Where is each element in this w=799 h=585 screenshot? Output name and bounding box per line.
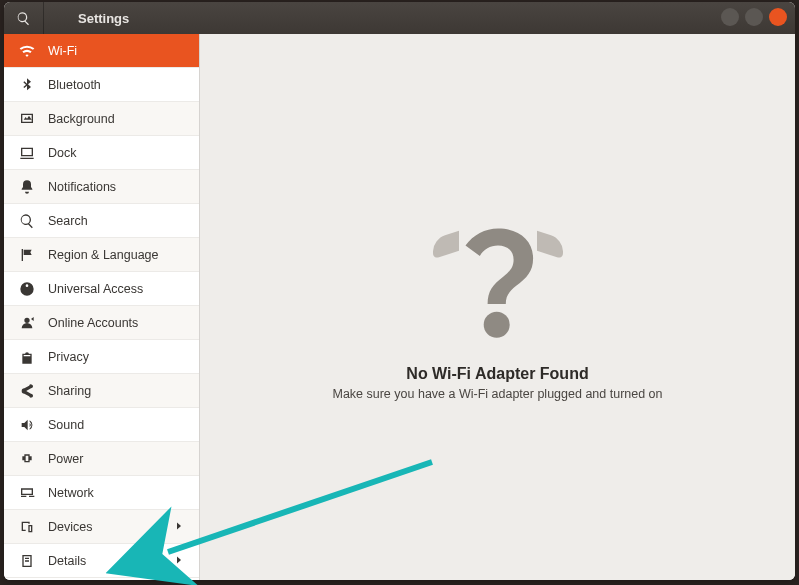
accounts-icon xyxy=(18,314,36,332)
chevron-right-icon xyxy=(173,520,185,535)
titlebar-search-button[interactable] xyxy=(4,2,44,34)
sidebar-item-label: Network xyxy=(48,486,94,500)
sidebar-item-wifi[interactable]: Wi-Fi xyxy=(4,34,199,68)
sidebar-item-notifications[interactable]: Notifications xyxy=(4,170,199,204)
sidebar: Wi-Fi Bluetooth Background Dock xyxy=(4,34,200,580)
sidebar-item-label: Privacy xyxy=(48,350,89,364)
minimize-button[interactable] xyxy=(721,8,739,26)
search-icon xyxy=(16,11,31,26)
settings-window: Settings Wi-Fi Bluetooth xyxy=(4,2,795,580)
sharing-icon xyxy=(18,382,36,400)
sidebar-item-search[interactable]: Search xyxy=(4,204,199,238)
sidebar-item-label: Background xyxy=(48,112,115,126)
flag-icon xyxy=(18,246,36,264)
window-title: Settings xyxy=(78,11,129,26)
accessibility-icon xyxy=(18,280,36,298)
devices-icon xyxy=(18,518,36,536)
window-controls xyxy=(721,8,787,26)
sidebar-item-label: Dock xyxy=(48,146,76,160)
network-icon xyxy=(18,484,36,502)
sidebar-item-label: Notifications xyxy=(48,180,116,194)
sidebar-item-label: Search xyxy=(48,214,88,228)
close-button[interactable] xyxy=(769,8,787,26)
sidebar-item-label: Devices xyxy=(48,520,92,534)
sidebar-item-universal-access[interactable]: Universal Access xyxy=(4,272,199,306)
sidebar-item-online-accounts[interactable]: Online Accounts xyxy=(4,306,199,340)
sidebar-item-sharing[interactable]: Sharing xyxy=(4,374,199,408)
bell-icon xyxy=(18,178,36,196)
sidebar-item-dock[interactable]: Dock xyxy=(4,136,199,170)
sidebar-item-devices[interactable]: Devices xyxy=(4,510,199,544)
content-pane: No Wi-Fi Adapter Found Make sure you hav… xyxy=(200,34,795,580)
dock-icon xyxy=(18,144,36,162)
sidebar-item-background[interactable]: Background xyxy=(4,102,199,136)
background-icon xyxy=(18,110,36,128)
sidebar-item-label: Region & Language xyxy=(48,248,159,262)
sidebar-item-sound[interactable]: Sound xyxy=(4,408,199,442)
sidebar-item-label: Power xyxy=(48,452,83,466)
details-icon xyxy=(18,552,36,570)
search-icon xyxy=(18,212,36,230)
sidebar-item-label: Sharing xyxy=(48,384,91,398)
empty-state-subtitle: Make sure you have a Wi-Fi adapter plugg… xyxy=(332,387,662,401)
titlebar: Settings xyxy=(4,2,795,34)
sidebar-item-details[interactable]: Details xyxy=(4,544,199,578)
sidebar-item-privacy[interactable]: Privacy xyxy=(4,340,199,374)
window-body: Wi-Fi Bluetooth Background Dock xyxy=(4,34,795,580)
sidebar-item-network[interactable]: Network xyxy=(4,476,199,510)
maximize-button[interactable] xyxy=(745,8,763,26)
question-mark-illustration xyxy=(433,213,563,343)
sound-icon xyxy=(18,416,36,434)
empty-state-title: No Wi-Fi Adapter Found xyxy=(406,365,588,383)
sidebar-item-label: Universal Access xyxy=(48,282,143,296)
wifi-icon xyxy=(18,42,36,60)
privacy-icon xyxy=(18,348,36,366)
sidebar-item-label: Bluetooth xyxy=(48,78,101,92)
sidebar-item-label: Details xyxy=(48,554,86,568)
power-icon xyxy=(18,450,36,468)
chevron-right-icon xyxy=(173,554,185,569)
sidebar-item-label: Online Accounts xyxy=(48,316,138,330)
sidebar-item-label: Sound xyxy=(48,418,84,432)
sidebar-item-power[interactable]: Power xyxy=(4,442,199,476)
sidebar-item-region-language[interactable]: Region & Language xyxy=(4,238,199,272)
bluetooth-icon xyxy=(18,76,36,94)
sidebar-item-bluetooth[interactable]: Bluetooth xyxy=(4,68,199,102)
sidebar-item-label: Wi-Fi xyxy=(48,44,77,58)
svg-point-0 xyxy=(483,312,509,338)
